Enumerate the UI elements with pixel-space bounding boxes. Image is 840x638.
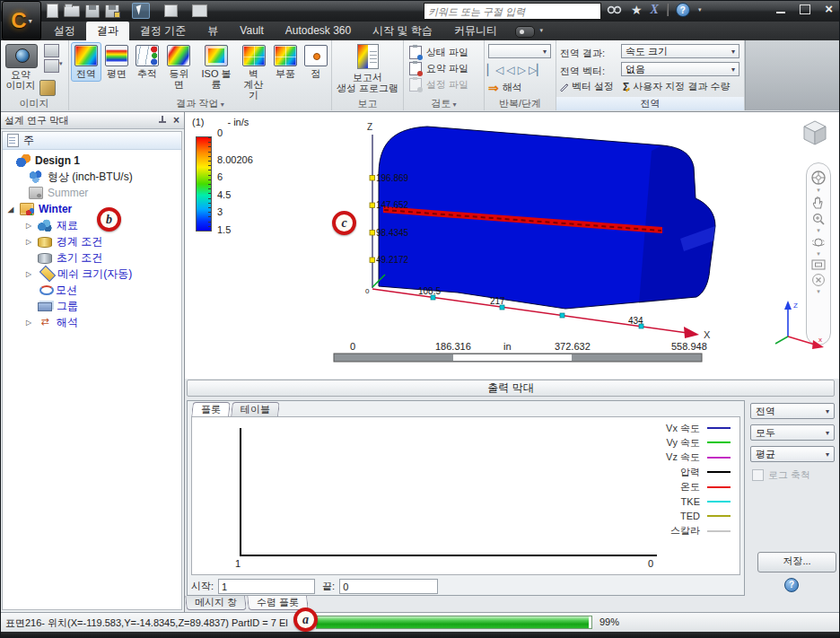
orbit-icon[interactable] <box>810 235 827 249</box>
quantity-combo[interactable]: 모두 <box>750 424 835 441</box>
custom-result-quantity-button[interactable]: Σ 사용자 지정 결과 수량 <box>623 80 730 93</box>
tree-expand-arrow[interactable]: ▷ <box>26 319 38 327</box>
log-scale-checkbox[interactable] <box>752 469 764 481</box>
tree-item[interactable]: 그룹 <box>3 298 181 314</box>
minimize-button[interactable] <box>776 12 785 13</box>
tree-item[interactable]: Design 1 <box>3 153 181 169</box>
tree-item[interactable]: 모션 <box>3 282 181 298</box>
pan-hand-icon[interactable] <box>811 195 826 210</box>
tree-expand-arrow[interactable]: ▷ <box>26 222 38 230</box>
group-label-review[interactable]: 검토 <box>404 97 484 110</box>
tree-item[interactable]: ▷ 재료 <box>3 217 181 233</box>
review-file-button[interactable]: 설정 파일 <box>409 76 468 92</box>
close-nav-icon[interactable] <box>811 273 826 287</box>
result-task-button[interactable]: 평면 <box>101 42 132 82</box>
tree-item[interactable]: 초기 조건 <box>3 249 181 266</box>
search-go-icon[interactable] <box>607 4 623 16</box>
aggregate-combo[interactable]: 평균 <box>750 446 835 462</box>
new-file-icon[interactable] <box>47 4 58 18</box>
image-caret-icon[interactable]: ▾ <box>59 60 63 67</box>
tree-root-item[interactable]: 주 <box>3 132 181 150</box>
result-task-button[interactable]: 부품 <box>270 42 301 82</box>
panel-close-icon[interactable]: × <box>173 116 179 125</box>
zoom-icon[interactable] <box>811 212 826 226</box>
step-back-icon[interactable]: ◁ <box>506 63 514 77</box>
screencast-icon[interactable] <box>515 26 535 38</box>
tree-item[interactable]: 형상 (inch-BTU/s) <box>3 169 181 185</box>
volume-box-icon[interactable] <box>164 4 178 17</box>
zoom-caret-icon[interactable] <box>817 228 820 233</box>
save-button[interactable]: 저장... <box>757 552 836 572</box>
start-input[interactable] <box>218 579 315 594</box>
result-task-button[interactable]: ISO 볼륨 <box>196 42 237 92</box>
exchange-apps-icon[interactable]: X <box>651 3 659 17</box>
tree-item[interactable]: Summer <box>3 185 181 201</box>
navbar-minimize-icon[interactable] <box>817 289 820 294</box>
orbit-caret-icon[interactable] <box>817 251 820 257</box>
report-generator-button[interactable]: 보고서 생성 프로그램 <box>332 40 403 93</box>
tree-item[interactable]: ◢ Winter <box>3 201 181 217</box>
wheel-caret-icon[interactable] <box>817 188 820 193</box>
model-canvas[interactable]: Z 196.869 147.652 98.4345 49.2172 0 X 10… <box>323 115 840 364</box>
output-bar-header[interactable]: 출력 막대 <box>187 380 835 397</box>
end-input[interactable] <box>339 579 438 594</box>
save-icon[interactable] <box>85 4 100 18</box>
step-last-icon[interactable]: ▷▏ <box>529 63 545 77</box>
capture-icon[interactable] <box>44 44 59 57</box>
summary-image-icon[interactable] <box>5 44 38 68</box>
close-button[interactable]: × <box>825 4 833 14</box>
vector-settings-button[interactable]: 벡터 설정 <box>559 80 614 93</box>
menu-tab[interactable]: 커뮤니티 <box>443 22 508 40</box>
plot-tab[interactable]: 테이블 <box>231 402 280 416</box>
review-file-button[interactable]: 상태 파일 <box>409 44 468 60</box>
global-result-combo[interactable]: 속도 크기 <box>621 44 739 58</box>
tree-item[interactable]: ▷ 해석 <box>3 314 181 330</box>
summary-image-button[interactable]: 요약 이미지 <box>0 69 41 91</box>
result-task-button[interactable]: 추적 <box>132 42 162 82</box>
menu-tab[interactable]: Vault <box>229 22 274 40</box>
help-icon[interactable]: ? <box>676 3 690 17</box>
pin-icon[interactable] <box>158 116 167 125</box>
menu-tab[interactable]: 결정 기준 <box>129 22 197 40</box>
menu-tab[interactable]: 시작 및 학습 <box>362 22 443 40</box>
menu-tab[interactable]: 설정 <box>43 22 86 40</box>
look-at-icon[interactable] <box>810 258 827 271</box>
tree-expand-arrow[interactable]: ◢ <box>8 205 20 214</box>
save-as-icon[interactable] <box>105 4 119 18</box>
table-view-icon[interactable] <box>192 4 207 17</box>
step-first-icon[interactable]: ▏◁ <box>487 63 503 77</box>
favorites-star-icon[interactable]: ★ <box>631 4 643 16</box>
open-icon[interactable] <box>64 5 80 17</box>
tree-item[interactable]: ▷ 메쉬 크기(자동) <box>3 266 181 282</box>
result-task-button[interactable]: 전역 <box>71 42 101 82</box>
tree-expand-arrow[interactable]: ▷ <box>26 270 38 278</box>
result-task-button[interactable]: 등위면 <box>162 42 196 92</box>
menu-tab[interactable]: 뷰 <box>197 22 229 40</box>
result-task-button[interactable]: 점 <box>301 42 331 82</box>
group-label-results[interactable]: 결과 작업 <box>69 97 331 110</box>
review-file-button[interactable]: 요약 파일 <box>409 60 468 76</box>
plot-tab[interactable]: 플롯 <box>191 402 231 416</box>
bottom-tab[interactable]: 메시지 창 <box>185 596 247 610</box>
global-vector-combo[interactable]: 없음 <box>621 62 739 76</box>
stamp-icon[interactable] <box>39 80 56 96</box>
tree-expand-arrow[interactable]: ▷ <box>26 238 38 246</box>
menu-tab[interactable]: Autodesk 360 <box>275 22 362 40</box>
scope-combo[interactable]: 전역 <box>750 403 835 419</box>
analyze-button[interactable]: ⇒ 해석 <box>488 81 522 94</box>
menu-tab[interactable]: 결과 <box>86 22 129 40</box>
3d-viewport[interactable]: (1) - in/s 8.0020664.531.50 Z 196.869 14… <box>185 112 840 379</box>
view-cube[interactable] <box>798 117 832 149</box>
steering-wheel-icon[interactable] <box>810 170 827 186</box>
search-input[interactable] <box>424 6 600 17</box>
result-task-button[interactable]: 벽 계산기 <box>237 42 270 103</box>
convergence-plot[interactable]: 1 0 Vx 속도 Vy 속도 Vz 속도 <box>191 416 740 575</box>
plot-help-icon[interactable]: ? <box>784 578 799 592</box>
select-cursor-icon[interactable] <box>132 3 150 19</box>
tree-item[interactable]: ▷ 경계 조건 <box>3 233 181 249</box>
app-button[interactable]: C ▾ <box>2 1 41 40</box>
help-caret-icon[interactable]: ▾ <box>698 6 702 13</box>
maximize-button[interactable] <box>800 4 810 14</box>
step-forward-icon[interactable]: ▷ <box>518 63 526 77</box>
iteration-combo[interactable] <box>488 44 551 58</box>
